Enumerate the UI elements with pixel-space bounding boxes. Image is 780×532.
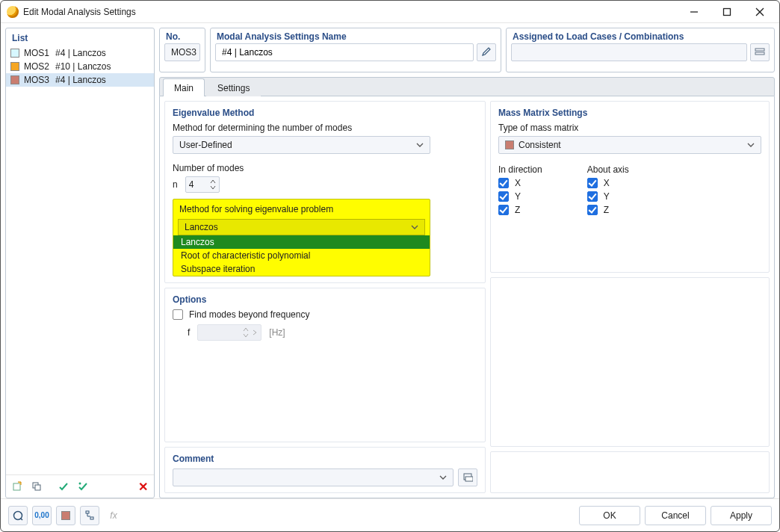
solver-option[interactable]: Subspace iteration: [173, 262, 430, 276]
n-symbol: n: [173, 179, 178, 190]
fx-icon: fx: [110, 510, 117, 521]
solver-select[interactable]: Lanczos: [178, 219, 425, 235]
n-input[interactable]: 4: [185, 176, 220, 193]
list-swatch-icon: [10, 49, 19, 58]
axis-z-checkbox[interactable]: [587, 205, 598, 215]
dir-z-label: Z: [515, 205, 520, 215]
arrow-right-icon: [252, 330, 258, 335]
tree-button[interactable]: [80, 506, 99, 525]
copy-item-button[interactable]: [28, 478, 45, 495]
titlebar: Edit Modal Analysis Settings: [1, 1, 779, 23]
svg-line-13: [21, 518, 23, 520]
dir-x-checkbox[interactable]: [498, 178, 509, 188]
list-item-code: MOS1: [24, 48, 55, 58]
apply-button[interactable]: Apply: [711, 506, 772, 525]
comment-select[interactable]: [173, 468, 454, 486]
units-button[interactable]: 0,00: [32, 506, 52, 525]
svg-point-7: [79, 483, 81, 485]
no-value: MOS3: [171, 47, 196, 58]
svg-rect-9: [755, 52, 764, 55]
dir-y-label: Y: [515, 191, 521, 202]
dir-z-checkbox[interactable]: [498, 205, 509, 215]
solver-option[interactable]: Root of characteristic polynomial: [173, 249, 430, 262]
axis-label: About axis: [587, 164, 629, 175]
comment-section: Comment: [164, 447, 486, 493]
check-button-2[interactable]: [75, 478, 91, 495]
solver-label: Method for solving eigenvalue problem: [173, 200, 430, 219]
direction-label: In direction: [498, 164, 542, 175]
eigen-header: Eigenvalue Method: [173, 108, 477, 118]
solver-dropdown-list: Lanczos Root of characteristic polynomia…: [173, 235, 430, 276]
ok-button[interactable]: OK: [579, 506, 640, 525]
axis-x-checkbox[interactable]: [587, 178, 598, 188]
method-value: User-Defined: [179, 140, 232, 150]
minimize-button[interactable]: [678, 1, 711, 22]
chevron-down-icon: [439, 474, 447, 481]
name-header: Modal Analysis Settings Name: [211, 28, 501, 43]
n-value: 4: [189, 179, 194, 190]
list-panel: List MOS1 #4 | Lanczos MOS2 #10 | Lanczo…: [5, 28, 155, 498]
list-swatch-icon: [10, 75, 19, 84]
new-item-button[interactable]: [9, 478, 25, 495]
svg-rect-6: [35, 485, 40, 490]
method-select[interactable]: User-Defined: [173, 136, 430, 154]
f-unit: [Hz]: [269, 327, 285, 338]
list-header: List: [6, 28, 154, 46]
color-button[interactable]: [56, 506, 75, 525]
check-button-1[interactable]: [55, 478, 72, 495]
mass-type-swatch-icon: [505, 140, 514, 149]
dir-y-checkbox[interactable]: [498, 191, 509, 202]
list-body[interactable]: MOS1 #4 | Lanczos MOS2 #10 | Lanczos MOS…: [6, 46, 154, 474]
tabstrip: Main Settings: [159, 77, 775, 96]
form-column: No. MOS3 Modal Analysis Settings Name As…: [159, 28, 775, 498]
empty-section-2: [490, 451, 770, 493]
list-item-label: #10 | Lanczos: [55, 61, 111, 72]
dialog-footer: 0,00 fx OK Cancel Apply: [1, 498, 779, 531]
spinner-icon[interactable]: [210, 179, 216, 191]
axis-y-checkbox[interactable]: [587, 191, 598, 202]
eigenvalue-section: Eigenvalue Method Method for determining…: [164, 101, 486, 283]
list-item-label: #4 | Lanczos: [55, 48, 106, 58]
axis-y-label: Y: [604, 191, 610, 202]
list-item-code: MOS3: [24, 75, 55, 85]
solver-value: Lanczos: [185, 222, 218, 232]
options-header: Options: [173, 294, 477, 305]
fx-button[interactable]: fx: [104, 506, 123, 525]
comment-extra-button[interactable]: [458, 468, 477, 486]
list-item[interactable]: MOS3 #4 | Lanczos: [6, 73, 154, 87]
mass-header: Mass Matrix Settings: [498, 108, 761, 118]
f-input: [197, 324, 261, 341]
comment-header: Comment: [173, 454, 477, 464]
list-item[interactable]: MOS1 #4 | Lanczos: [6, 46, 154, 60]
rename-button[interactable]: [477, 43, 496, 61]
tab-main[interactable]: Main: [163, 78, 205, 96]
axis-x-label: X: [604, 178, 610, 188]
cancel-button[interactable]: Cancel: [645, 506, 706, 525]
find-modes-beyond-checkbox[interactable]: [173, 309, 183, 320]
tab-settings[interactable]: Settings: [206, 78, 261, 96]
method-label: Method for determining the number of mod…: [173, 123, 477, 133]
assigned-details-button[interactable]: [750, 43, 770, 61]
find-modes-beyond-label: Find modes beyond frequency: [189, 309, 309, 320]
assigned-box: Assigned to Load Cases / Combinations: [506, 28, 775, 72]
list-swatch-icon: [10, 62, 19, 71]
solver-highlight-block: Method for solving eigenvalue problem La…: [173, 199, 430, 276]
chevron-down-icon: [416, 141, 424, 149]
mass-type-select[interactable]: Consistent: [498, 136, 761, 154]
maximize-button[interactable]: [711, 1, 743, 22]
empty-section-1: [490, 277, 770, 447]
help-button[interactable]: [8, 506, 28, 525]
mass-type-value: Consistent: [519, 140, 561, 150]
list-item-label: #4 | Lanczos: [55, 75, 106, 85]
solver-option[interactable]: Lanczos: [173, 235, 430, 249]
mass-type-label: Type of mass matrix: [498, 123, 761, 133]
close-button[interactable]: [743, 1, 776, 22]
app-icon: [7, 6, 19, 18]
svg-rect-11: [465, 477, 473, 481]
list-item[interactable]: MOS2 #10 | Lanczos: [6, 60, 154, 73]
settings-name-input[interactable]: [215, 43, 474, 61]
svg-rect-1: [724, 8, 731, 15]
delete-button[interactable]: ✕: [134, 478, 151, 495]
svg-rect-4: [13, 483, 20, 490]
delete-x-icon: ✕: [138, 480, 148, 494]
